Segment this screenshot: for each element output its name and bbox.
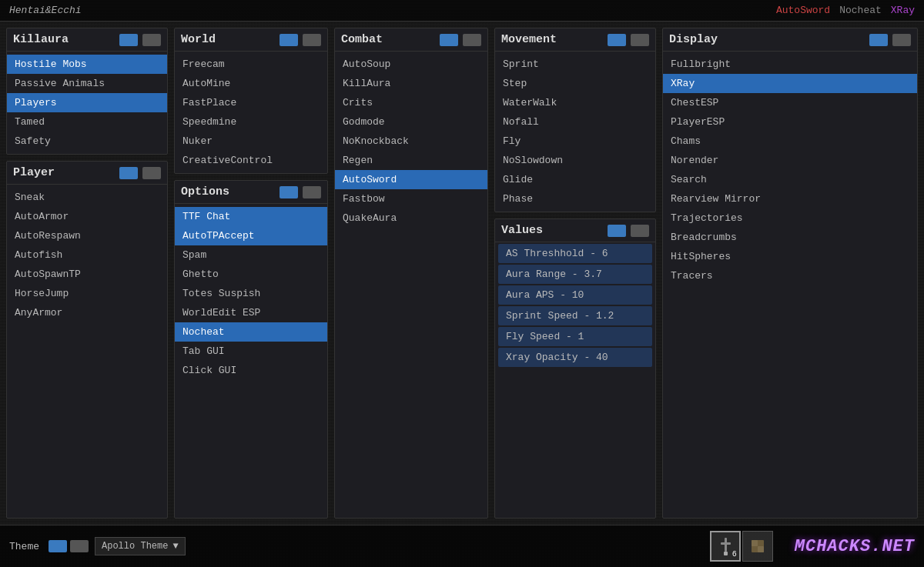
options-item[interactable]: Click GUI bbox=[175, 361, 327, 380]
movement-list: SprintStepWaterWalkNofallFlyNoSlowdownGl… bbox=[495, 52, 655, 212]
player-list: SneakAutoArmorAutoRespawnAutofishAutoSpa… bbox=[7, 185, 167, 325]
hotbar: 6 bbox=[710, 531, 773, 562]
value-item[interactable]: Aura APS - 10 bbox=[498, 285, 652, 305]
movement-item[interactable]: Step bbox=[495, 74, 655, 93]
movement-item[interactable]: Fly bbox=[495, 132, 655, 151]
combat-toggle-off[interactable] bbox=[463, 34, 481, 46]
killaura-list: Hostile MobsPassive AnimalsPlayersTamedS… bbox=[7, 52, 167, 154]
hotbar-slot-1[interactable]: 6 bbox=[710, 531, 741, 562]
combat-item[interactable]: Godmode bbox=[335, 112, 487, 132]
killaura-item[interactable]: Tamed bbox=[7, 112, 167, 132]
theme-dropdown[interactable]: Apollo Theme ▼ bbox=[95, 537, 186, 555]
values-toggle-on[interactable] bbox=[608, 225, 626, 237]
killaura-item[interactable]: Players bbox=[7, 93, 167, 112]
player-toggle-off[interactable] bbox=[142, 167, 161, 179]
player-item[interactable]: Autofish bbox=[7, 245, 167, 265]
value-item[interactable]: Xray Opacity - 40 bbox=[498, 348, 652, 367]
options-toggle-on[interactable] bbox=[280, 186, 298, 198]
value-item[interactable]: Sprint Speed - 1.2 bbox=[498, 306, 652, 325]
theme-dropdown-arrow: ▼ bbox=[172, 541, 178, 552]
movement-item[interactable]: Phase bbox=[495, 189, 655, 208]
player-item[interactable]: AutoRespawn bbox=[7, 226, 167, 245]
killaura-item[interactable]: Safety bbox=[7, 132, 167, 151]
top-xray[interactable]: XRay bbox=[891, 5, 915, 16]
world-list: FreecamAutoMineFastPlaceSpeedmineNukerCr… bbox=[175, 52, 327, 173]
combat-item[interactable]: KillAura bbox=[335, 74, 487, 93]
combat-item[interactable]: QuakeAura bbox=[335, 208, 487, 228]
player-item[interactable]: AutoArmor bbox=[7, 207, 167, 226]
movement-item[interactable]: Sprint bbox=[495, 55, 655, 74]
options-item[interactable]: AutoTPAccept bbox=[175, 226, 327, 245]
theme-toggle-blue[interactable] bbox=[49, 540, 67, 552]
display-item[interactable]: Chams bbox=[663, 132, 917, 151]
world-item[interactable]: Freecam bbox=[175, 55, 327, 74]
world-toggle-off[interactable] bbox=[303, 34, 321, 46]
column-5: Display FullbrightXRayChestESPPlayerESPC… bbox=[662, 28, 918, 519]
display-item[interactable]: Norender bbox=[663, 151, 917, 170]
combat-item[interactable]: AutoSword bbox=[335, 170, 487, 189]
display-item[interactable]: XRay bbox=[663, 74, 917, 93]
options-item[interactable]: Ghetto bbox=[175, 265, 327, 284]
display-item[interactable]: HitSpheres bbox=[663, 247, 917, 266]
killaura-toggle-on[interactable] bbox=[119, 34, 138, 46]
player-item[interactable]: HorseJump bbox=[7, 284, 167, 303]
hotbar-slot-2[interactable] bbox=[742, 531, 773, 562]
options-toggle-off[interactable] bbox=[303, 186, 321, 198]
display-item[interactable]: Breadcrumbs bbox=[663, 228, 917, 247]
options-item[interactable]: TTF Chat bbox=[175, 207, 327, 226]
display-item[interactable]: Search bbox=[663, 170, 917, 189]
killaura-item[interactable]: Passive Animals bbox=[7, 74, 167, 93]
options-panel: Options TTF ChatAutoTPAcceptSpamGhettoTo… bbox=[174, 180, 328, 519]
world-item[interactable]: CreativeControl bbox=[175, 151, 327, 170]
killaura-item[interactable]: Hostile Mobs bbox=[7, 55, 167, 74]
player-toggle-on[interactable] bbox=[119, 167, 138, 179]
theme-toggle-off[interactable] bbox=[70, 540, 89, 552]
world-item[interactable]: Nuker bbox=[175, 132, 327, 151]
value-item[interactable]: AS Threshhold - 6 bbox=[498, 244, 652, 263]
movement-item[interactable]: Glide bbox=[495, 170, 655, 189]
movement-item[interactable]: Nofall bbox=[495, 112, 655, 132]
killaura-toggle-off[interactable] bbox=[142, 34, 161, 46]
combat-item[interactable]: Regen bbox=[335, 151, 487, 170]
options-item[interactable]: Totes Suspish bbox=[175, 284, 327, 303]
values-toggle-off[interactable] bbox=[631, 225, 649, 237]
options-item[interactable]: Spam bbox=[175, 245, 327, 265]
world-item[interactable]: AutoMine bbox=[175, 74, 327, 93]
theme-value: Apollo Theme bbox=[102, 541, 168, 552]
movement-toggle-on[interactable] bbox=[608, 34, 626, 46]
display-item[interactable]: Tracers bbox=[663, 266, 917, 285]
svg-rect-5 bbox=[758, 546, 764, 552]
player-item[interactable]: AutoSpawnTP bbox=[7, 265, 167, 284]
movement-item[interactable]: NoSlowdown bbox=[495, 151, 655, 170]
value-item[interactable]: Aura Range - 3.7 bbox=[498, 265, 652, 284]
display-item[interactable]: ChestESP bbox=[663, 93, 917, 112]
display-item[interactable]: Trajectories bbox=[663, 208, 917, 228]
display-item[interactable]: Rearview Mirror bbox=[663, 189, 917, 208]
world-item[interactable]: Speedmine bbox=[175, 112, 327, 132]
theme-label: Theme bbox=[9, 541, 39, 552]
player-title: Player bbox=[13, 166, 115, 179]
top-autosword[interactable]: AutoSword bbox=[776, 5, 830, 16]
world-toggle-on[interactable] bbox=[280, 34, 298, 46]
display-toggle-on[interactable] bbox=[869, 34, 888, 46]
display-item[interactable]: PlayerESP bbox=[663, 112, 917, 132]
player-item[interactable]: Sneak bbox=[7, 188, 167, 207]
combat-item[interactable]: Crits bbox=[335, 93, 487, 112]
combat-item[interactable]: Fastbow bbox=[335, 189, 487, 208]
options-item[interactable]: WorldEdit ESP bbox=[175, 303, 327, 322]
movement-item[interactable]: WaterWalk bbox=[495, 93, 655, 112]
values-panel: Values AS Threshhold - 6Aura Range - 3.7… bbox=[494, 218, 656, 519]
main-content: Killaura Hostile MobsPassive AnimalsPlay… bbox=[0, 22, 924, 525]
combat-item[interactable]: AutoSoup bbox=[335, 55, 487, 74]
display-item[interactable]: Fullbright bbox=[663, 55, 917, 74]
movement-toggle-off[interactable] bbox=[631, 34, 649, 46]
world-item[interactable]: FastPlace bbox=[175, 93, 327, 112]
display-toggle-off[interactable] bbox=[892, 34, 911, 46]
combat-item[interactable]: NoKnockback bbox=[335, 132, 487, 151]
top-nocheat[interactable]: Nocheat bbox=[839, 5, 882, 16]
combat-toggle-on[interactable] bbox=[440, 34, 458, 46]
value-item[interactable]: Fly Speed - 1 bbox=[498, 327, 652, 346]
player-item[interactable]: AnyArmor bbox=[7, 303, 167, 322]
options-item[interactable]: Nocheat bbox=[175, 322, 327, 342]
options-item[interactable]: Tab GUI bbox=[175, 342, 327, 361]
